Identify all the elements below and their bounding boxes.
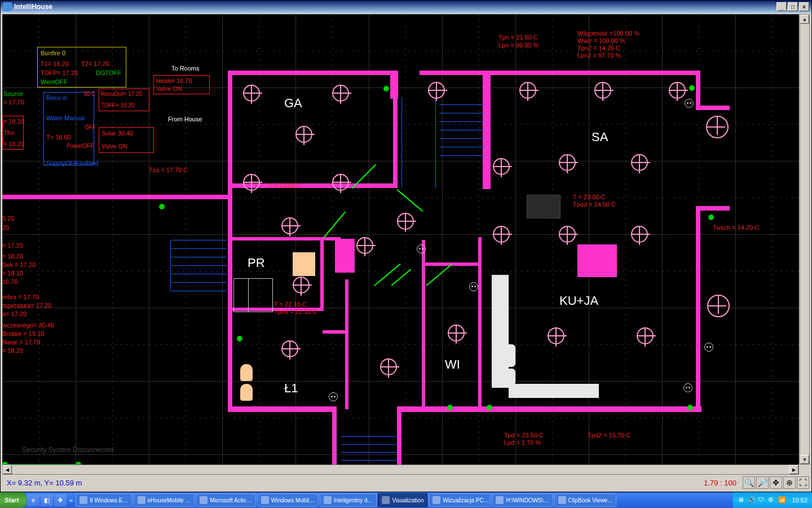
scroll-up-button[interactable]: ▲: [800, 15, 809, 24]
tray-icon[interactable]: 🛡: [758, 496, 766, 504]
reading: T = 23.50·C: [268, 182, 301, 189]
reading: Tpn2 = 14.20·C: [577, 45, 620, 51]
floorplan-canvas[interactable]: GA SA PR Ł1 WI KU+JA Tpn = 21.60·C Lpn =…: [2, 14, 799, 465]
coordinates: X= 9.32 m, Y= 10.59 m: [2, 479, 704, 487]
crosshair-button[interactable]: ⊕: [783, 476, 796, 489]
task-label: 8 Windows E…: [90, 497, 128, 503]
horizontal-scrollbar[interactable]: ◀ ▶: [2, 465, 799, 475]
taskbar-item[interactable]: Microsoft Activ…: [196, 493, 255, 507]
tray-icon[interactable]: 📶: [778, 496, 786, 504]
tray-icon[interactable]: 🔊: [748, 496, 756, 504]
system-tray[interactable]: 🖥 🔊 🛡 ⚙ 📶 10:52: [733, 492, 812, 508]
label: Sek = 17.20: [2, 261, 36, 268]
quicklaunch-app-icon[interactable]: ❖: [54, 494, 67, 506]
taskbar-item[interactable]: Wizualizacja PC…: [429, 493, 491, 507]
room-label: PR: [248, 256, 265, 270]
zoom-out-button[interactable]: 🔎: [756, 476, 769, 489]
counter: [492, 344, 515, 367]
label: From House: [168, 116, 202, 122]
stairs: [435, 98, 436, 188]
lamp-icon: [559, 154, 576, 171]
lamp-icon: [380, 358, 397, 375]
close-button[interactable]: ×: [799, 2, 809, 11]
stairs: [341, 436, 399, 437]
label: = 19.10: [2, 270, 23, 277]
start-button[interactable]: Start: [0, 492, 27, 508]
titlebar[interactable]: IntelliHouse _ □ ×: [1, 1, 811, 13]
stairs: [439, 155, 486, 156]
door: [396, 189, 423, 212]
stairs: [341, 444, 399, 445]
quicklaunch-desktop-icon[interactable]: ◧: [41, 494, 53, 506]
app-icon: [382, 496, 390, 504]
scroll-down-button[interactable]: ▼: [800, 455, 809, 464]
stairs: [341, 452, 399, 453]
label: SupplyOFF: [46, 160, 78, 167]
stairs: [171, 240, 227, 240]
lamp-icon: [397, 213, 414, 230]
wall: [393, 99, 398, 188]
app-icon: [3, 2, 12, 11]
label: To Rooms: [171, 65, 200, 72]
wall: [397, 406, 401, 465]
label: = 18.20: [3, 118, 24, 125]
minimize-button[interactable]: _: [776, 2, 787, 11]
pan-button[interactable]: ✥: [770, 476, 782, 489]
scroll-right-button[interactable]: ▶: [789, 465, 798, 474]
task-label: ClipBook Viewe…: [568, 497, 614, 503]
label: a= 17.20: [2, 310, 27, 317]
zoom-in-button[interactable]: 🔍: [743, 476, 755, 489]
sensor-icon: [687, 405, 693, 410]
taskbar-item[interactable]: Windows Mobil…: [257, 493, 319, 507]
lamp-icon: [631, 154, 648, 171]
label: Solar 30.40: [102, 130, 133, 137]
label: T2= 17.20: [81, 60, 109, 67]
label: TOFP= 17.20: [41, 69, 78, 76]
maximize-button[interactable]: □: [788, 2, 798, 11]
counter: [492, 369, 515, 386]
reading: Tpod = 24.50 C: [573, 201, 616, 208]
taskbar-item[interactable]: eHouseMobile …: [134, 493, 195, 507]
lamp-icon: [669, 82, 686, 99]
taskbar-item[interactable]: ClipBook Viewe…: [554, 493, 616, 507]
tray-icon[interactable]: 🖥: [738, 496, 745, 504]
scroll-left-button[interactable]: ◀: [3, 465, 12, 474]
stairs: [439, 113, 486, 113]
lamp-icon: [281, 217, 298, 234]
reading: Tpd2 = 15.70·C: [588, 432, 630, 439]
label: Tfor: [3, 129, 15, 136]
label: RecuOut= 17.20: [101, 91, 142, 97]
stairs: [171, 265, 227, 266]
label: T= 18.60: [46, 134, 71, 141]
lamp-icon: [548, 327, 564, 344]
taskbar-item[interactable]: Inteligentny d…: [320, 493, 377, 507]
stairs: [171, 282, 227, 283]
door: [426, 264, 452, 286]
label: = 17.70: [3, 99, 24, 106]
label: = 17.20: [2, 242, 23, 249]
sensor-icon: [159, 204, 165, 209]
fit-button[interactable]: ⛶: [797, 476, 809, 489]
tray-icon[interactable]: ⚙: [768, 496, 776, 504]
taskbar[interactable]: Start e ◧ ❖ » 8 Windows E…eHouseMobile ……: [0, 492, 812, 508]
label: Water Manual: [46, 115, 85, 121]
chevron-right-icon[interactable]: »: [67, 497, 75, 503]
lamp-icon: [519, 82, 536, 99]
label: Recu in: [46, 94, 67, 101]
quicklaunch-ie-icon[interactable]: e: [27, 494, 39, 506]
stairs: [171, 274, 227, 274]
taskbar-item[interactable]: 8 Windows E…: [76, 493, 132, 507]
taskbar-item[interactable]: Visualization: [378, 493, 427, 507]
lamp-icon: [631, 226, 648, 243]
lamp-icon: [493, 158, 510, 175]
label: T1= 16.20: [41, 60, 69, 67]
wall: [397, 406, 701, 412]
label: TOFF= 18.20: [101, 102, 135, 108]
taskbar-item[interactable]: H:\WINDOWS\…: [492, 493, 553, 507]
app-icon: [324, 496, 332, 504]
room-label: Ł1: [284, 381, 298, 396]
start-label: Start: [5, 497, 19, 503]
label: 5.20: [2, 215, 14, 222]
clock[interactable]: 10:52: [792, 497, 807, 503]
vertical-scrollbar[interactable]: ▲ ▼: [800, 14, 810, 465]
